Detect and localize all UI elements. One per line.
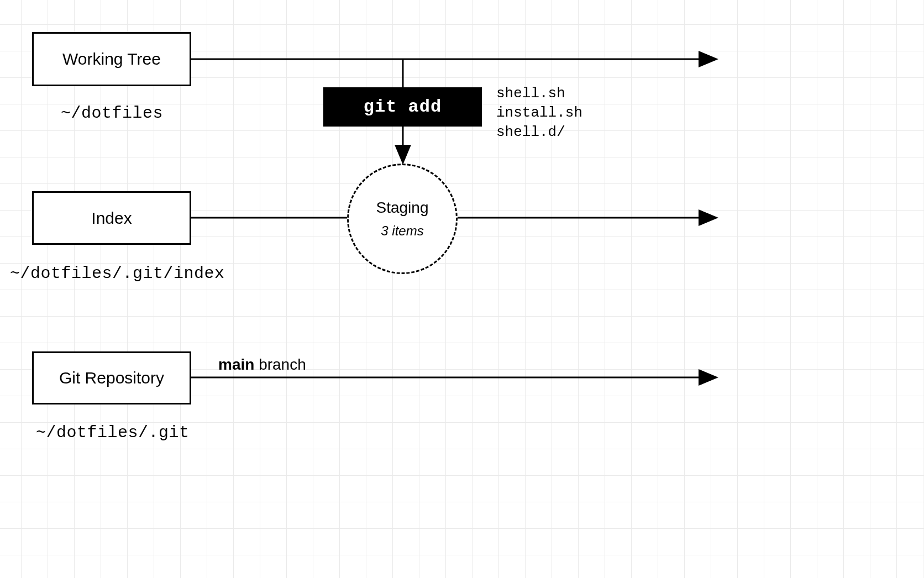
git-add-file-list: shell.sh install.sh shell.d/ [496, 84, 582, 142]
file-list-item: shell.sh [496, 84, 582, 103]
index-label: Index [91, 209, 132, 228]
staging-title: Staging [376, 199, 429, 217]
git-repository-box: Git Repository [32, 351, 191, 404]
arrows-layer [0, 0, 924, 578]
git-repository-path: ~/dotfiles/.git [36, 423, 190, 442]
index-path: ~/dotfiles/.git/index [10, 264, 225, 283]
staging-subtitle: 3 items [381, 223, 423, 239]
working-tree-label: Working Tree [62, 50, 161, 69]
branch-label: main branch [218, 356, 306, 374]
working-tree-path: ~/dotfiles [61, 104, 163, 123]
branch-name: main [218, 356, 254, 373]
file-list-item: shell.d/ [496, 123, 582, 142]
branch-suffix: branch [259, 356, 306, 373]
git-add-command-box: git add [323, 87, 482, 127]
working-tree-box: Working Tree [32, 32, 191, 86]
git-repository-label: Git Repository [59, 369, 164, 387]
staging-circle: Staging 3 items [347, 164, 458, 274]
diagram-canvas: Working Tree ~/dotfiles git add shell.sh… [0, 0, 924, 578]
index-box: Index [32, 191, 191, 245]
file-list-item: install.sh [496, 103, 582, 123]
git-add-label: git add [364, 97, 442, 117]
